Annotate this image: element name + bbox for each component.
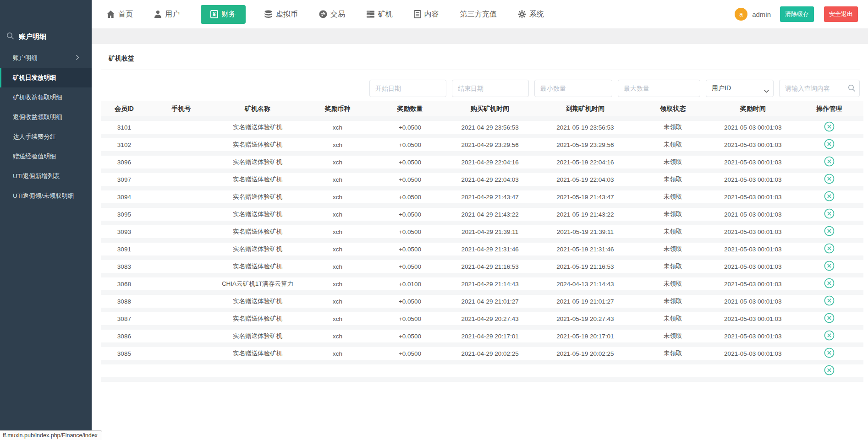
sidebar-item[interactable]: 矿机日发放明细 xyxy=(0,68,92,87)
table-cell xyxy=(147,206,216,223)
nav-item[interactable]: 系统 xyxy=(518,10,544,19)
cancel-circle-x-icon[interactable] xyxy=(824,278,835,290)
table-row: 3088实名赠送体验矿机xch+0.05002021-04-29 21:01:2… xyxy=(101,293,863,310)
table-header-cell: 奖励时间 xyxy=(711,101,795,119)
coins-icon xyxy=(264,10,273,18)
table-cell xyxy=(147,136,216,153)
table-cell xyxy=(215,362,299,380)
nav-item-label: 矿机 xyxy=(378,10,393,19)
cancel-circle-x-icon[interactable] xyxy=(824,226,835,238)
nav-item[interactable]: 矿机 xyxy=(366,10,393,19)
user-field-select[interactable] xyxy=(706,80,774,97)
sidebar-item[interactable]: 返佣收益领取明细 xyxy=(0,107,92,127)
cancel-circle-x-icon[interactable] xyxy=(824,330,835,342)
nav-item[interactable]: 虚拟币 xyxy=(264,10,298,19)
nav-item-label: 虚拟币 xyxy=(276,10,298,19)
cancel-circle-x-icon[interactable] xyxy=(824,365,835,377)
avatar[interactable]: a xyxy=(735,8,747,21)
cancel-circle-x-icon[interactable] xyxy=(824,261,835,272)
table-cell xyxy=(376,362,445,380)
max-amount-input[interactable] xyxy=(618,80,700,97)
operation-cell xyxy=(795,136,863,153)
table-cell: +0.0500 xyxy=(376,119,445,136)
table-cell: +0.0500 xyxy=(376,310,445,327)
nav-item[interactable]: 用户 xyxy=(154,10,180,19)
table-cell: xch xyxy=(299,119,375,136)
main-area: 首页用户¥财务虚拟币交易矿机内容第三方充值系统 a admin 清除缓存 安全退… xyxy=(92,0,868,440)
table-cell: xch xyxy=(299,310,375,327)
logout-button[interactable]: 安全退出 xyxy=(824,6,858,22)
cancel-circle-x-icon[interactable] xyxy=(824,139,835,151)
table-cell: 3091 xyxy=(101,240,147,258)
cancel-circle-x-icon[interactable] xyxy=(824,191,835,203)
table-cell xyxy=(536,362,635,380)
cancel-circle-x-icon[interactable] xyxy=(824,174,835,185)
nav-item-label: 内容 xyxy=(424,10,439,19)
table-cell xyxy=(147,327,216,345)
operation-cell xyxy=(795,327,863,345)
sidebar-search[interactable]: 账户明细 xyxy=(0,0,92,48)
cancel-circle-x-icon[interactable] xyxy=(824,156,835,168)
table-row: 3094实名赠送体验矿机xch+0.05002021-04-29 21:43:4… xyxy=(101,188,863,206)
search-input-wrapper xyxy=(779,80,860,97)
table-row: 3086实名赠送体验矿机xch+0.05002021-04-29 20:17:0… xyxy=(101,327,863,345)
table-cell: +0.0500 xyxy=(376,171,445,188)
sidebar-item[interactable]: 达人手续费分红 xyxy=(0,127,92,147)
cancel-circle-x-icon[interactable] xyxy=(824,313,835,325)
gear-icon xyxy=(518,10,526,18)
table-cell: 2021-04-29 21:39:11 xyxy=(444,223,536,240)
sidebar-item-label: UTI返佣领/未领取明细 xyxy=(13,192,74,200)
table-cell: 未领取 xyxy=(635,258,711,275)
table-cell: xch xyxy=(299,345,375,362)
cancel-circle-x-icon[interactable] xyxy=(824,243,835,255)
cancel-circle-x-icon[interactable] xyxy=(824,121,835,133)
table-cell: 2021-05-03 00:01:03 xyxy=(711,153,795,171)
table-cell: +0.0500 xyxy=(376,258,445,275)
cancel-circle-x-icon[interactable] xyxy=(824,295,835,307)
cancel-circle-x-icon[interactable] xyxy=(824,348,835,359)
page-background-band xyxy=(92,28,868,44)
table-cell: +0.0500 xyxy=(376,188,445,206)
table-cell: xch xyxy=(299,188,375,206)
min-amount-input[interactable] xyxy=(534,80,612,97)
operation-cell xyxy=(795,275,863,293)
user-area: a admin 清除缓存 安全退出 xyxy=(735,6,858,22)
table-cell xyxy=(711,362,795,380)
table-cell: 2021-05-03 00:01:03 xyxy=(711,293,795,310)
sidebar-item[interactable]: 矿机收益领取明细 xyxy=(0,87,92,107)
earnings-table: 会员ID手机号矿机名称奖励币种奖励数量购买矿机时间到期矿机时间领取状态奖励时间操… xyxy=(101,101,863,382)
yen-icon: ¥ xyxy=(210,10,218,18)
cancel-circle-x-icon[interactable] xyxy=(824,208,835,220)
table-cell: 3093 xyxy=(101,223,147,240)
operation-cell xyxy=(795,119,863,136)
nav-item[interactable]: ¥财务 xyxy=(201,5,246,24)
sidebar-item[interactable]: 赠送经验值明细 xyxy=(0,147,92,166)
table-cell xyxy=(635,362,711,380)
sidebar-item[interactable]: 账户明细 xyxy=(0,48,92,68)
sidebar-item[interactable]: UTI返佣领/未领取明细 xyxy=(0,186,92,206)
nav-item-label: 第三方充值 xyxy=(460,10,497,19)
nav-item[interactable]: 内容 xyxy=(414,10,439,19)
table-cell: 2021-04-29 21:14:43 xyxy=(444,275,536,293)
table-cell: 3068 xyxy=(101,275,147,293)
table-cell: 2021-04-29 22:04:16 xyxy=(444,153,536,171)
end-date-input[interactable] xyxy=(452,80,529,97)
sidebar-item[interactable]: UTI返佣新增列表 xyxy=(0,166,92,186)
nav-item[interactable]: 首页 xyxy=(106,10,133,19)
operation-cell xyxy=(795,206,863,223)
clear-cache-button[interactable]: 清除缓存 xyxy=(780,6,814,22)
table-row: 3083实名赠送体验矿机xch+0.05002021-04-29 21:16:5… xyxy=(101,258,863,275)
table-cell: 未领取 xyxy=(635,188,711,206)
start-date-input[interactable] xyxy=(369,80,446,97)
nav-item[interactable]: 第三方充值 xyxy=(460,10,497,19)
search-icon[interactable] xyxy=(848,84,856,94)
table-cell: 未领取 xyxy=(635,275,711,293)
table-cell: +0.0500 xyxy=(376,153,445,171)
table-header-cell: 购买矿机时间 xyxy=(444,101,536,119)
chevron-right-icon xyxy=(76,54,79,62)
table-cell: 实名赠送体验矿机 xyxy=(215,188,299,206)
table-row: 3102实名赠送体验矿机xch+0.05002021-04-29 23:29:5… xyxy=(101,136,863,153)
nav-item[interactable]: 交易 xyxy=(319,10,345,19)
table-cell: 未领取 xyxy=(635,153,711,171)
table-cell xyxy=(147,188,216,206)
